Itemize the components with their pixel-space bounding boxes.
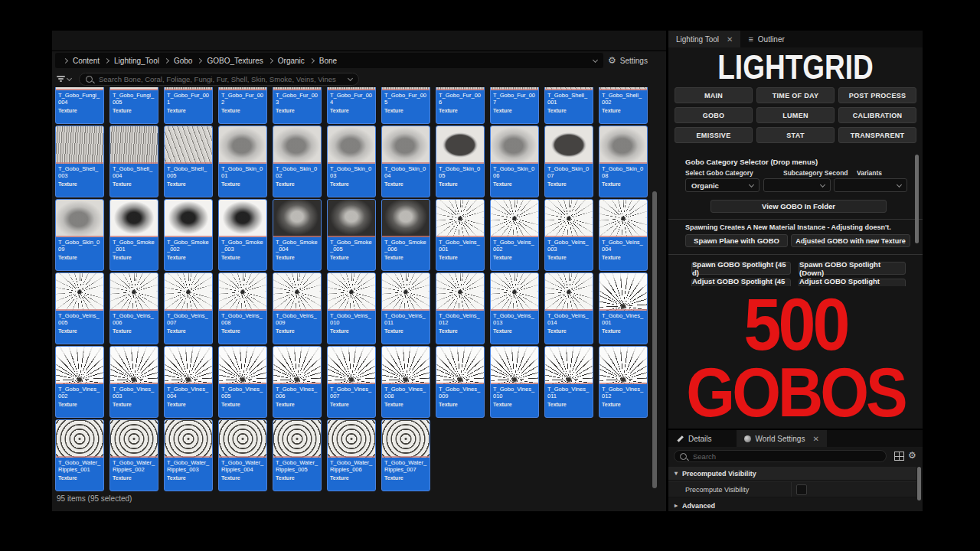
path-dropdown-chevron-icon[interactable] bbox=[593, 57, 598, 62]
filter-chevron-icon[interactable] bbox=[67, 75, 72, 80]
asset-tile[interactable]: T_Gobo_Skin_006Texture bbox=[490, 126, 539, 197]
asset-tile[interactable]: T_Gobo_Water_Ripples_001Texture bbox=[55, 419, 104, 491]
asset-tile[interactable]: T_Gobo_Veins_007Texture bbox=[164, 272, 213, 344]
asset-tile[interactable]: T_Gobo_Fur_002Texture bbox=[218, 87, 267, 124]
spawn-spotlight-45-button[interactable]: Spawn GOBO Spotlight (45 d) bbox=[691, 262, 791, 275]
asset-tile[interactable]: T_Gobo_Veins_003Texture bbox=[544, 199, 593, 271]
asset-tile[interactable]: T_Gobo_Vines_011Texture bbox=[544, 346, 593, 418]
asset-tile[interactable]: T_Gobo_Vines_007Texture bbox=[327, 346, 376, 418]
details-scrollbar[interactable] bbox=[917, 467, 921, 511]
spawn-spotlight-down-button[interactable]: Spawn GOBO Spotlight (Down) bbox=[799, 262, 906, 275]
asset-tile[interactable]: T_Gobo_Veins_005Texture bbox=[55, 272, 104, 344]
asset-tile[interactable]: T_Gobo_Fur_001Texture bbox=[164, 87, 213, 124]
close-icon[interactable]: ✕ bbox=[812, 435, 818, 443]
precompute-visibility-checkbox[interactable] bbox=[796, 484, 807, 495]
breadcrumb-root-chevron-icon[interactable] bbox=[63, 57, 68, 63]
asset-tile[interactable]: T_Gobo_Vines_009Texture bbox=[436, 346, 485, 418]
asset-tile[interactable]: T_Gobo_Shell_005Texture bbox=[164, 126, 213, 197]
asset-tile[interactable]: T_Gobo_Fur_007Texture bbox=[490, 87, 539, 124]
asset-tile[interactable]: T_Gobo_Skin_003Texture bbox=[327, 126, 376, 197]
property-matrix-icon[interactable] bbox=[894, 452, 904, 461]
panel-scrollbar[interactable] bbox=[915, 155, 919, 286]
asset-tile[interactable]: T_Gobo_Skin_005Texture bbox=[436, 126, 485, 197]
breadcrumb-item[interactable]: Bone bbox=[319, 57, 337, 65]
asset-tile[interactable]: T_Gobo_Skin_002Texture bbox=[273, 126, 322, 197]
nav-button-emissive[interactable]: EMISSIVE bbox=[675, 127, 753, 143]
asset-tile[interactable]: T_Gobo_Fur_003Texture bbox=[273, 87, 322, 124]
asset-tile[interactable]: T_Gobo_Veins_008Texture bbox=[218, 272, 267, 344]
nav-button-gobo[interactable]: GOBO bbox=[675, 107, 753, 123]
nav-button-lumen[interactable]: LUMEN bbox=[756, 107, 835, 123]
nav-button-transparent[interactable]: TRANSPARENT bbox=[838, 127, 916, 143]
asset-tile[interactable]: T_Gobo_Veins_010Texture bbox=[327, 272, 376, 344]
adjust-gobo-texture-button[interactable]: Adjusted GOBO with new Texture bbox=[791, 234, 910, 247]
nav-button-time-of-day[interactable]: TIME OF DAY bbox=[756, 87, 835, 103]
tab-lighting-tool[interactable]: Lighting Tool ✕ bbox=[668, 31, 740, 47]
asset-tile[interactable]: T_Gobo_Skin_008Texture bbox=[599, 126, 648, 197]
asset-tile[interactable]: T_Gobo_Shell_003Texture bbox=[55, 126, 104, 197]
tab-details[interactable]: Details bbox=[668, 430, 720, 447]
search-field[interactable] bbox=[79, 73, 359, 86]
asset-tile[interactable]: T_Gobo_Veins_001Texture bbox=[436, 199, 485, 271]
asset-tile[interactable]: T_Gobo_Water_Ripples_005Texture bbox=[273, 419, 322, 491]
asset-tile[interactable]: T_Gobo_Veins_004Texture bbox=[599, 199, 648, 271]
nav-button-main[interactable]: MAIN bbox=[675, 87, 753, 103]
breadcrumb-item[interactable]: Lighting_Tool bbox=[114, 57, 159, 65]
subcategory-dropdown[interactable] bbox=[763, 178, 831, 192]
asset-tile[interactable]: T_Gobo_Water_Ripples_006Texture bbox=[327, 419, 376, 491]
asset-tile[interactable]: T_Gobo_Fungi_004Texture bbox=[55, 87, 104, 124]
section-advanced[interactable]: ▸ Advanced bbox=[668, 499, 916, 512]
details-gear-icon[interactable]: ⚙ bbox=[908, 450, 916, 461]
filter-icon[interactable] bbox=[57, 76, 65, 82]
close-icon[interactable]: ✕ bbox=[727, 35, 733, 44]
asset-tile[interactable]: T_Gobo_Vines_001Texture bbox=[599, 272, 648, 344]
asset-tile[interactable]: T_Gobo_Veins_012Texture bbox=[436, 272, 485, 344]
breadcrumb-item[interactable]: Content bbox=[73, 57, 100, 65]
category-dropdown[interactable]: Organic bbox=[685, 178, 760, 192]
asset-tile[interactable]: T_Gobo_Vines_003Texture bbox=[109, 346, 158, 418]
asset-tile[interactable]: T_Gobo_Water_Ripples_003Texture bbox=[164, 419, 213, 491]
asset-tile[interactable]: T_Gobo_Vines_004Texture bbox=[164, 346, 213, 418]
settings-control[interactable]: ⚙ Settings bbox=[608, 53, 648, 68]
asset-tile[interactable]: T_Gobo_Smoke_004Texture bbox=[273, 199, 322, 271]
asset-tile[interactable]: T_Gobo_Smoke_003Texture bbox=[218, 199, 267, 271]
asset-tile[interactable]: T_Gobo_Fungi_005Texture bbox=[109, 87, 158, 124]
nav-button-calibration[interactable]: CALIBRATION bbox=[838, 107, 916, 123]
breadcrumb-item[interactable]: GOBO_Textures bbox=[207, 57, 263, 65]
asset-tile[interactable]: T_Gobo_Skin_009Texture bbox=[55, 199, 104, 271]
content-scrollbar[interactable] bbox=[652, 87, 657, 493]
nav-button-post-process[interactable]: POST PROCESS bbox=[838, 87, 916, 103]
asset-tile[interactable]: T_Gobo_Veins_002Texture bbox=[490, 199, 539, 271]
nav-button-stat[interactable]: STAT bbox=[756, 127, 835, 143]
asset-tile[interactable]: T_Gobo_Fur_006Texture bbox=[436, 87, 485, 124]
asset-tile[interactable]: T_Gobo_Fur_004Texture bbox=[327, 87, 376, 124]
asset-tile[interactable]: T_Gobo_Smoke_005Texture bbox=[327, 199, 376, 271]
section-precomputed-visibility[interactable]: ▾ Precomputed Visibility bbox=[668, 467, 916, 480]
asset-tile[interactable]: T_Gobo_Shell_002Texture bbox=[599, 87, 648, 124]
breadcrumb-item[interactable]: Organic bbox=[278, 57, 305, 65]
asset-tile[interactable]: T_Gobo_Skin_001Texture bbox=[218, 126, 267, 197]
asset-tile[interactable]: T_Gobo_Smoke_006Texture bbox=[381, 199, 430, 271]
details-search-input[interactable] bbox=[691, 452, 880, 461]
tab-world-settings[interactable]: World Settings ✕ bbox=[737, 430, 827, 447]
asset-tile[interactable]: T_Gobo_Water_Ripples_007Texture bbox=[381, 419, 430, 491]
asset-tile[interactable]: T_Gobo_Skin_004Texture bbox=[381, 126, 430, 197]
search-history-chevron-icon[interactable] bbox=[348, 75, 353, 80]
asset-tile[interactable]: T_Gobo_Vines_008Texture bbox=[381, 346, 430, 418]
asset-tile[interactable]: T_Gobo_Fur_005Texture bbox=[381, 87, 430, 124]
view-gobo-button[interactable]: View GOBO In Folder bbox=[710, 200, 887, 213]
tab-outliner[interactable]: ≡ Outliner bbox=[740, 31, 792, 47]
asset-tile[interactable]: T_Gobo_Veins_006Texture bbox=[109, 272, 158, 344]
asset-tile[interactable]: T_Gobo_Veins_009Texture bbox=[273, 272, 322, 344]
asset-tile[interactable]: T_Gobo_Shell_004Texture bbox=[109, 126, 158, 197]
search-input[interactable] bbox=[97, 74, 344, 84]
asset-tile[interactable]: T_Gobo_Skin_007Texture bbox=[544, 126, 593, 197]
spawn-plane-button[interactable]: Spawn Plane with GOBO bbox=[685, 234, 788, 247]
asset-tile[interactable]: T_Gobo_Veins_011Texture bbox=[381, 272, 430, 344]
breadcrumb-item[interactable]: Gobo bbox=[174, 57, 192, 65]
asset-tile[interactable]: T_Gobo_Vines_006Texture bbox=[273, 346, 322, 418]
content-scrollbar-thumb[interactable] bbox=[652, 191, 657, 488]
asset-tile[interactable]: T_Gobo_Smoke_001Texture bbox=[109, 199, 158, 271]
asset-tile[interactable]: T_Gobo_Smoke_002Texture bbox=[164, 199, 213, 271]
details-search-field[interactable] bbox=[674, 450, 887, 462]
